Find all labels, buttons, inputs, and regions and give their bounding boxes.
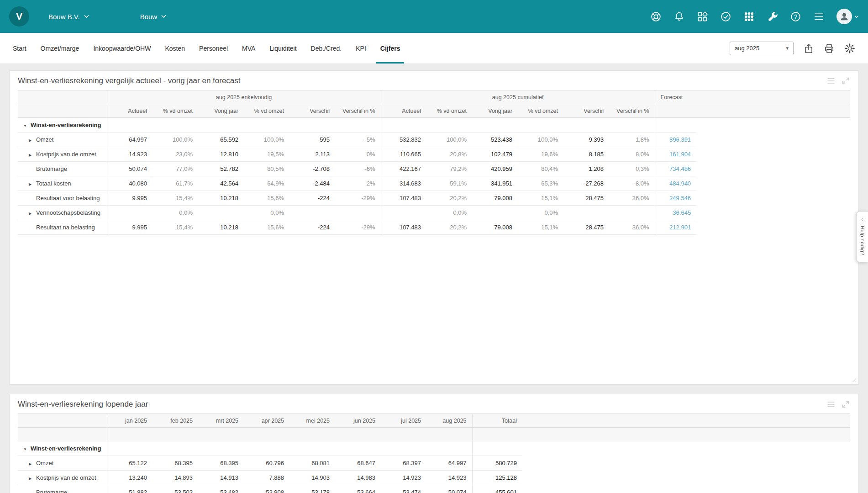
table-cell: 53.482 <box>198 485 244 493</box>
panel-pl-current-year: Winst-en-verliesrekening lopende jaar ja… <box>9 394 859 493</box>
panel-menu-icon[interactable] <box>826 76 836 85</box>
expand-icon[interactable]: ▶ <box>29 182 36 186</box>
column-header <box>153 428 198 441</box>
panel-expand-icon[interactable] <box>841 400 850 409</box>
tab-mva[interactable]: MVA <box>242 33 255 64</box>
column-header: aug 2025 <box>426 414 472 428</box>
table-cell: 9.995 <box>107 220 153 235</box>
column-group-header: Forecast <box>655 90 696 104</box>
row-label-cell: ▶Omzet <box>18 133 107 147</box>
table-cell[interactable]: 484.940 <box>655 176 696 191</box>
table-cell: 14.983 <box>335 471 381 485</box>
table-cell[interactable]: 161.904 <box>655 147 696 162</box>
table-cell <box>244 118 289 133</box>
table-cell: -27.268 <box>563 176 609 191</box>
table-cell: 53.502 <box>153 485 198 493</box>
tab-deb-cred[interactable]: Deb./Cred. <box>311 33 342 64</box>
tasks-check-icon[interactable] <box>720 11 731 22</box>
table-cell[interactable]: 212.901 <box>655 220 696 235</box>
tab-kosten[interactable]: Kosten <box>165 33 185 64</box>
table-cell: 68.395 <box>198 456 244 471</box>
tab-personeel[interactable]: Personeel <box>199 33 228 64</box>
tab-start[interactable]: Start <box>13 33 26 64</box>
support-icon[interactable] <box>650 11 662 22</box>
expand-icon[interactable]: ▶ <box>29 212 36 216</box>
export-icon[interactable] <box>803 43 814 54</box>
panel-pl-compare: Winst-en-verliesrekening vergelijk actue… <box>9 70 859 385</box>
expand-icon[interactable]: ▶ <box>29 477 36 481</box>
column-header: jul 2025 <box>381 414 426 428</box>
table-cell <box>472 118 518 133</box>
panel-menu-icon[interactable] <box>826 400 836 409</box>
collapse-icon[interactable]: ▼ <box>23 447 31 451</box>
row-label: Brutomarge <box>36 165 67 172</box>
column-header <box>289 428 335 441</box>
column-header <box>18 90 107 104</box>
column-header: % vd omzet <box>244 104 289 118</box>
table-cell <box>696 176 850 191</box>
table-cell: 13.240 <box>107 471 153 485</box>
expand-icon[interactable]: ▶ <box>29 153 36 157</box>
table-row: ▶Omzet65.12268.39568.39560.79668.08168.6… <box>18 456 850 471</box>
table-cell <box>609 118 655 133</box>
user-menu[interactable] <box>836 9 859 24</box>
help-icon[interactable]: ? <box>790 11 801 22</box>
settings-gear-icon[interactable] <box>844 43 855 54</box>
table-cell: 64.997 <box>107 133 153 147</box>
table-cell: 20,2% <box>426 220 472 235</box>
app-logo[interactable]: V <box>9 6 29 27</box>
chevron-down-icon: ▾ <box>786 45 789 51</box>
table-cell[interactable]: 36.645 <box>655 206 696 220</box>
svg-text:?: ? <box>794 13 797 20</box>
table-cell <box>426 118 472 133</box>
integrations-icon[interactable] <box>697 11 708 22</box>
table-cell: 60.796 <box>244 456 289 471</box>
chevron-down-icon <box>854 15 859 18</box>
column-header <box>655 104 696 118</box>
column-header: apr 2025 <box>244 414 289 428</box>
print-icon[interactable] <box>824 43 835 54</box>
section-label-cell: ▼Winst-en-verliesrekening <box>18 118 107 133</box>
table-cell: 52.908 <box>244 485 289 493</box>
report-controls: aug 2025 ▾ <box>730 33 855 64</box>
tab-inkoopwaarde-ohw[interactable]: Inkoopwaarde/OHW <box>93 33 151 64</box>
table-cell: 79,2% <box>426 162 472 176</box>
menu-icon[interactable] <box>813 11 825 22</box>
table-cell[interactable]: 249.546 <box>655 191 696 206</box>
row-label: Omzet <box>36 460 53 466</box>
row-label-cell: ▶Omzet <box>18 456 107 471</box>
tab-kpi[interactable]: KPI <box>356 33 366 64</box>
row-label: Vennootschapsbelasting <box>36 209 100 216</box>
table-cell: 61,7% <box>153 176 198 191</box>
table-cell <box>107 441 153 456</box>
table-cell: 79.008 <box>472 220 518 235</box>
table-cell: 0,0% <box>426 206 472 220</box>
tab-liquiditeit[interactable]: Liquiditeit <box>269 33 296 64</box>
table-cell: 0,0% <box>518 206 563 220</box>
table-cell <box>609 206 655 220</box>
tools-wrench-icon[interactable] <box>767 11 778 22</box>
collapse-icon[interactable]: ▼ <box>23 124 31 128</box>
column-header <box>696 90 850 104</box>
period-dropdown[interactable]: aug 2025 ▾ <box>730 42 794 55</box>
column-header <box>522 428 850 441</box>
row-label: Resultaat na belasting <box>36 224 95 231</box>
help-side-tab[interactable]: ‹ Hulp nodig? <box>856 211 868 262</box>
row-label-cell: ▶Kostprijs van de omzet <box>18 471 107 485</box>
table-cell[interactable]: 734.486 <box>655 162 696 176</box>
expand-icon[interactable]: ▶ <box>29 462 36 466</box>
table-cell <box>426 441 472 456</box>
table-cell <box>198 206 244 220</box>
table-cell[interactable]: 896.391 <box>655 133 696 147</box>
workspace-switcher[interactable]: Bouw <box>140 13 167 21</box>
notifications-icon[interactable] <box>673 11 685 22</box>
resize-handle-icon[interactable] <box>851 377 856 382</box>
panel-expand-icon[interactable] <box>841 76 850 85</box>
expand-icon[interactable]: ▶ <box>29 138 36 143</box>
company-switcher[interactable]: Bouw B.V. <box>48 13 89 21</box>
tab-cijfers[interactable]: Cijfers <box>380 33 400 64</box>
table-cell: 65.592 <box>198 133 244 147</box>
apps-grid-icon[interactable] <box>743 11 755 22</box>
tab-omzet-marge[interactable]: Omzet/marge <box>41 33 79 64</box>
table-cell: 7.888 <box>244 471 289 485</box>
